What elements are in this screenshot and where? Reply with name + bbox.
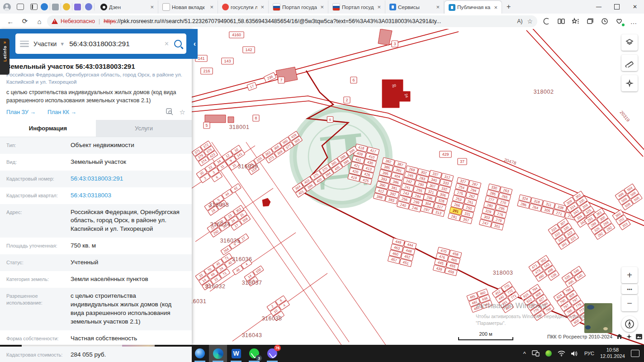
maximize-button[interactable]: [608, 0, 626, 14]
wifi-icon[interactable]: [558, 351, 565, 357]
quarter-label[interactable]: 316039: [238, 163, 258, 170]
parcel-label[interactable]: 37: [458, 158, 467, 165]
back-button[interactable]: ←: [4, 15, 17, 28]
letinfo-sidebar-tab[interactable]: » Letinfo: [0, 38, 9, 75]
browser-tab-5[interactable]: Портал госуда×: [328, 0, 385, 14]
browser-tab-2[interactable]: Новая вкладк×: [158, 0, 218, 14]
edge-app[interactable]: [209, 345, 227, 362]
cadastral-map[interactable]: Д418417409410411430421413420426419425382…: [192, 29, 644, 345]
home-icon[interactable]: [616, 334, 622, 339]
field-value[interactable]: 56:43:0318003: [64, 191, 185, 200]
search-icon[interactable]: [174, 40, 182, 48]
quarter-label[interactable]: 318003: [493, 270, 513, 276]
pinned-favicon-5[interactable]: [85, 3, 92, 10]
quarter-label[interactable]: 316038: [262, 315, 282, 322]
tray-chevron-icon[interactable]: ^: [523, 350, 526, 357]
connect-device-icon[interactable]: [532, 350, 540, 357]
new-tab-button[interactable]: +: [502, 3, 515, 11]
copilot-icon[interactable]: [540, 15, 554, 28]
browser-tab-6[interactable]: Сервисы×: [385, 0, 444, 14]
quarter-label[interactable]: 316031: [192, 298, 206, 305]
word-app[interactable]: W: [227, 345, 245, 362]
browser-tab-4[interactable]: Портал госуда×: [269, 0, 328, 14]
parcel-label[interactable]: 2: [344, 97, 350, 103]
quarter-label[interactable]: 316035: [220, 238, 241, 244]
search-bar[interactable]: Участки ▼ 56:43:0318003:291 ×: [15, 33, 186, 54]
security-warning-label[interactable]: Небезопасно: [61, 18, 95, 24]
close-tab-icon[interactable]: ×: [208, 4, 215, 10]
measure-button[interactable]: [621, 55, 638, 71]
notification-center-icon[interactable]: [631, 350, 639, 357]
workspaces-icon[interactable]: [14, 1, 27, 13]
parcel-label[interactable]: 6: [327, 117, 333, 123]
browser-tab-1[interactable]: Дзен×: [96, 0, 158, 14]
collections-icon[interactable]: [583, 15, 597, 28]
profile-icon[interactable]: [0, 1, 14, 13]
crosshair-icon[interactable]: [626, 334, 632, 339]
antivirus-tray-icon[interactable]: [545, 350, 552, 357]
whatsapp-app[interactable]: 3: [245, 345, 263, 362]
pinned-favicon-4[interactable]: [74, 4, 81, 10]
favorites-icon[interactable]: [569, 15, 582, 28]
quarter-label[interactable]: 316033: [209, 202, 229, 208]
clock[interactable]: 10:58 12.01.2024: [600, 347, 625, 360]
panel-tab-uslugi[interactable]: Услуги: [96, 120, 192, 137]
quarter-label[interactable]: 316036: [232, 256, 252, 262]
map-canvas[interactable]: Д418417409410411430421413420426419425382…: [192, 29, 644, 345]
parcel-label[interactable]: 4160: [229, 32, 244, 38]
viber-app[interactable]: 76: [263, 345, 281, 362]
quarter-label[interactable]: 316032: [205, 283, 226, 290]
read-aloud-icon[interactable]: A): [517, 18, 522, 24]
quarter-label[interactable]: 316037: [242, 280, 262, 286]
browser-essentials-icon[interactable]: [612, 15, 626, 28]
photos-app[interactable]: [191, 345, 209, 362]
split-screen-icon[interactable]: [554, 15, 568, 28]
quarter-label[interactable]: 318001: [229, 124, 250, 130]
parcel-label[interactable]: 6: [350, 77, 357, 83]
quarter-label[interactable]: 316043: [242, 332, 262, 338]
preview-icon[interactable]: [166, 108, 173, 115]
clear-search-icon[interactable]: ×: [165, 40, 169, 48]
home-button[interactable]: ⌂: [33, 15, 46, 28]
close-tab-icon[interactable]: ×: [435, 4, 441, 10]
close-tab-icon[interactable]: ×: [259, 4, 265, 10]
refresh-button[interactable]: ⟳: [18, 15, 32, 28]
url-field[interactable]: Небезопасно | https ://pkk.rosreestr.ru/…: [47, 15, 537, 27]
chevron-down-icon[interactable]: ▼: [60, 41, 65, 47]
favorite-parcel-star-icon[interactable]: ☆: [180, 108, 185, 116]
vertical-tabs-icon[interactable]: [27, 1, 41, 13]
parcel-label[interactable]: 143: [222, 58, 233, 64]
search-input[interactable]: 56:43:0318003:291: [69, 40, 164, 48]
pinned-favicon-3[interactable]: [63, 3, 70, 10]
close-tab-icon[interactable]: ×: [149, 4, 155, 10]
zoom-in-button[interactable]: +: [621, 267, 638, 283]
quarter-label[interactable]: 318002: [534, 89, 554, 95]
close-tab-icon[interactable]: ×: [492, 4, 499, 11]
locate-object-button[interactable]: [621, 75, 638, 91]
plan-kk-link[interactable]: План КК →: [47, 109, 76, 115]
close-window-button[interactable]: ✕: [626, 0, 644, 14]
pinned-favicon-1[interactable]: [41, 3, 48, 10]
parcel-label[interactable]: 5: [204, 122, 210, 129]
history-icon[interactable]: [598, 15, 611, 28]
parcel-label[interactable]: 429: [440, 151, 451, 157]
close-tab-icon[interactable]: ×: [376, 4, 382, 10]
menu-icon[interactable]: [20, 41, 29, 47]
plan-zu-link[interactable]: План ЗУ →: [6, 109, 36, 115]
quarter-label[interactable]: 316034: [210, 221, 231, 228]
browser-tab-3[interactable]: госуслуги лич×: [218, 0, 269, 14]
close-tab-icon[interactable]: ×: [319, 4, 325, 10]
layers-button[interactable]: [621, 34, 638, 51]
parcel-label[interactable]: 7: [278, 77, 284, 83]
basemap-preview-thumbnail[interactable]: [584, 303, 612, 333]
zoom-out-button[interactable]: −: [621, 295, 638, 311]
zoom-presets-button[interactable]: •••: [621, 284, 638, 294]
my-location-button[interactable]: [621, 316, 638, 332]
volume-icon[interactable]: [571, 351, 578, 357]
field-value[interactable]: 56:43:0318003:291: [64, 175, 185, 183]
settings-more-icon[interactable]: …: [627, 15, 640, 28]
parcel-label[interactable]: 3: [392, 41, 398, 47]
browser-tab-7[interactable]: Публичная ка×: [444, 0, 502, 14]
search-category-select[interactable]: Участки: [33, 40, 57, 48]
favorite-star-icon[interactable]: ☆: [527, 18, 533, 25]
